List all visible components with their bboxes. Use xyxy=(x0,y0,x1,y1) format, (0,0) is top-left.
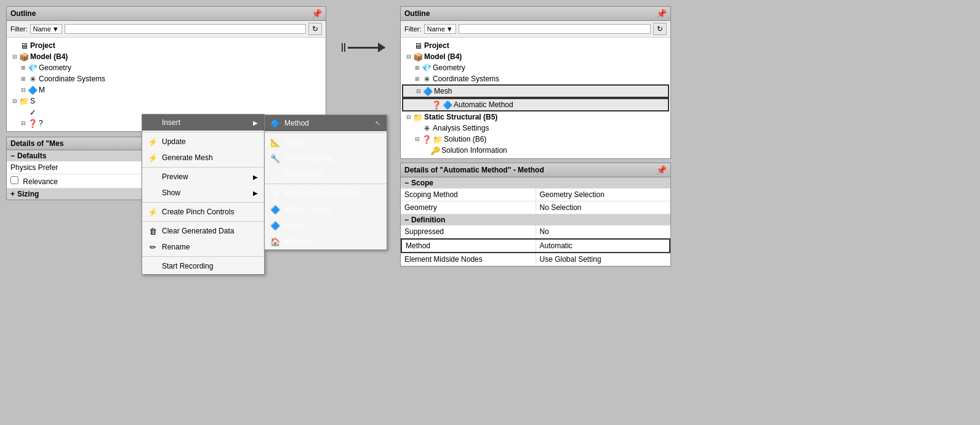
submenu-item-refinement[interactable]: △ Refinement xyxy=(265,166,387,182)
tree-expander-mesh[interactable]: ⊟ xyxy=(19,86,28,94)
tree-expander-static[interactable]: ⊟ xyxy=(10,97,19,105)
insert-submenu-arrow: ▶ xyxy=(253,119,258,126)
tree-expander-coordinate[interactable]: ⊞ xyxy=(19,75,28,83)
left-filter-label: Filter: xyxy=(10,25,28,33)
right-details-row-element-midside: Element Midside Nodes Use Global Setting xyxy=(401,253,670,266)
relevance-checkbox[interactable] xyxy=(10,176,18,184)
method-def-label: Method xyxy=(406,241,430,250)
right-details-cell-method-value[interactable]: Automatic xyxy=(536,240,670,252)
submenu-item-mapped-face[interactable]: ⊞ Mapped Face Meshing xyxy=(265,185,387,201)
submenu-item-pinch[interactable]: 🔷 Pinch xyxy=(265,217,387,233)
left-filter-dropdown[interactable]: Name ▼ xyxy=(30,24,62,34)
menu-item-clear-data[interactable]: 🗑 Clear Generated Data xyxy=(142,223,264,239)
relevance-label: Relevance xyxy=(23,177,58,186)
tree-item-mesh[interactable]: ⊟ 🔷 M xyxy=(8,84,324,95)
defaults-minus-icon: − xyxy=(10,152,15,160)
menu-item-update[interactable]: ⚡ Update xyxy=(142,134,264,150)
menu-item-preview[interactable]: Preview ▶ xyxy=(142,169,264,185)
right-filter-arrow-icon: ▼ xyxy=(446,25,453,33)
submenu-item-method[interactable]: 🔷 Method ↖ xyxy=(265,115,387,131)
show-label: Show xyxy=(162,188,249,197)
right-tree-item-solution[interactable]: ⊟ ❓ 📁 Solution (B6) xyxy=(402,134,669,145)
right-tree-label-coordinate: Coordinate Systems xyxy=(433,75,499,83)
right-tree-expander-auto-method xyxy=(423,100,432,109)
insert-submenu: 🔷 Method ↖ 📐 Sizing 🔧 Contact Sizing xyxy=(264,115,387,250)
right-tree-expander-geometry[interactable]: ⊞ xyxy=(413,63,422,72)
generate-mesh-icon: ⚡ xyxy=(147,152,158,163)
scope-label: Scope xyxy=(411,179,433,187)
right-filter-dropdown[interactable]: Name ▼ xyxy=(424,24,456,34)
right-tree-item-solution-info[interactable]: 🔑 Solution Information xyxy=(402,145,669,156)
geometry-icon: 💎 xyxy=(28,63,38,73)
right-details-pin-icon[interactable]: 📌 xyxy=(656,165,667,175)
inflation-icon: 🏠 xyxy=(270,236,281,247)
left-filter-refresh-button[interactable]: ↻ xyxy=(308,23,322,35)
right-tree-item-analysis[interactable]: ✳ Analysis Settings xyxy=(402,123,669,134)
tree-label-coordinate: Coordinate Systems xyxy=(39,75,105,83)
sizing-label: Sizing xyxy=(284,138,380,147)
preview-icon xyxy=(147,171,158,182)
menu-item-insert[interactable]: Insert ▶ 🔷 Method ↖ 📐 Sizing xyxy=(142,115,264,131)
tree-expander-project xyxy=(10,41,19,50)
right-tree-expander-mesh[interactable]: ⊟ xyxy=(414,87,423,95)
right-tree-expander-solution[interactable]: ⊟ xyxy=(413,135,422,144)
tree-item-coordinate[interactable]: ⊞ ✳ Coordinate Systems xyxy=(8,73,324,84)
left-outline-pin-icon[interactable]: 📌 xyxy=(311,9,322,18)
scoping-method-value: Geometry Selection xyxy=(540,190,604,199)
right-tree-item-auto-method[interactable]: ❓ 🔷 Automatic Method xyxy=(402,98,669,111)
submenu-item-match-control[interactable]: 🔷 Match Control xyxy=(265,201,387,217)
submenu-item-inflation[interactable]: 🏠 Inflation xyxy=(265,233,387,249)
tree-item-model[interactable]: ⊟ 📦 Model (B4) xyxy=(8,51,324,62)
right-details-section-scope: − Scope xyxy=(401,177,670,188)
start-recording-icon xyxy=(147,261,158,272)
tree-expander-model[interactable]: ⊟ xyxy=(10,52,19,61)
right-tree-item-model[interactable]: ⊟ 📦 Model (B4) xyxy=(402,51,669,62)
menu-item-rename[interactable]: ✏ Rename xyxy=(142,239,264,255)
tree-label-project: Project xyxy=(30,41,55,50)
right-details-panel: Details of "Automatic Method" - Method 📌… xyxy=(400,163,671,267)
menu-item-create-pinch[interactable]: ⚡ Create Pinch Controls xyxy=(142,204,264,220)
element-midside-label: Element Midside Nodes xyxy=(404,255,483,264)
right-model-icon: 📦 xyxy=(413,52,423,62)
insert-icon xyxy=(147,117,158,128)
tree-expander-geometry[interactable]: ⊞ xyxy=(19,63,28,72)
right-tree-expander-coordinate[interactable]: ⊞ xyxy=(413,75,422,83)
tree-item-static[interactable]: ⊟ 📁 S xyxy=(8,95,324,107)
right-details-titlebar: Details of "Automatic Method" - Method 📌 xyxy=(401,163,670,177)
right-tree-item-geometry[interactable]: ⊞ 💎 Geometry xyxy=(402,62,669,73)
submenu-item-contact-sizing[interactable]: 🔧 Contact Sizing xyxy=(265,150,387,166)
update-label: Update xyxy=(162,137,258,146)
tree-expander-question[interactable]: ⊟ xyxy=(19,119,28,127)
tree-item-geometry[interactable]: ⊞ 💎 Geometry xyxy=(8,62,324,73)
right-tree-item-mesh[interactable]: ⊟ 🔷 Mesh xyxy=(402,84,669,98)
left-outline-titlebar: Outline 📌 xyxy=(7,7,326,21)
static-icon: 📁 xyxy=(19,96,29,106)
right-tree-item-static[interactable]: ⊟ 📁 Static Structural (B5) xyxy=(402,111,669,123)
right-tree-content: 🖥 Project ⊟ 📦 Model (B4) ⊞ 💎 Geometry xyxy=(401,38,670,158)
scoping-method-label: Scoping Method xyxy=(404,190,458,199)
submenu-item-sizing[interactable]: 📐 Sizing xyxy=(265,134,387,150)
right-tree-expander-analysis xyxy=(413,124,422,132)
right-outline-titlebar: Outline 📌 xyxy=(401,7,670,21)
right-filter-input[interactable] xyxy=(459,24,651,34)
menu-item-start-recording[interactable]: Start Recording xyxy=(142,258,264,274)
menu-item-show[interactable]: Show ▶ xyxy=(142,185,264,201)
right-filter-refresh-button[interactable]: ↻ xyxy=(653,23,667,35)
left-filter-input[interactable] xyxy=(65,24,306,34)
menu-item-generate-mesh[interactable]: ⚡ Generate Mesh xyxy=(142,150,264,166)
right-tree-item-coordinate[interactable]: ⊞ ✳ Coordinate Systems xyxy=(402,73,669,84)
right-tree-item-project[interactable]: 🖥 Project xyxy=(402,40,669,51)
insert-label: Insert xyxy=(162,118,249,127)
method-label: Method xyxy=(284,119,353,127)
tree-item-project[interactable]: 🖥 Project xyxy=(8,40,324,51)
right-tree-expander-static[interactable]: ⊟ xyxy=(404,113,413,121)
right-outline-pin-icon[interactable]: 📌 xyxy=(656,9,667,18)
right-outline-panel: Outline 📌 Filter: Name ▼ ↻ 🖥 Project xyxy=(400,6,671,159)
tree-label-mesh: M xyxy=(39,86,45,94)
suppressed-value: No xyxy=(540,227,549,236)
tree-label-geometry: Geometry xyxy=(39,63,71,72)
right-tree-expander-model[interactable]: ⊟ xyxy=(404,52,413,61)
right-details-content: − Scope Scoping Method Geometry Selectio… xyxy=(401,177,670,266)
right-auto-method-icon: 🔷 xyxy=(443,100,452,110)
match-control-label: Match Control xyxy=(284,205,380,214)
